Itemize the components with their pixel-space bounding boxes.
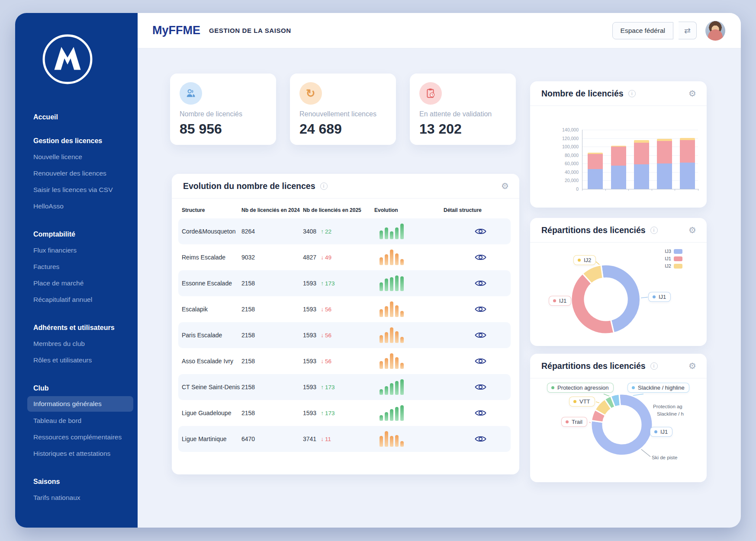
- view-detail-button[interactable]: [444, 305, 511, 313]
- cell-structure: Escalapik: [182, 306, 241, 313]
- donut-legend: IJ3IJ1IJ2: [665, 249, 682, 269]
- gear-icon[interactable]: [688, 88, 696, 99]
- legend-label: IJ2: [665, 263, 671, 269]
- sidebar-item-nouvelle-licence[interactable]: Nouvelle licence: [33, 149, 127, 165]
- view-detail-button[interactable]: [444, 357, 511, 365]
- donut-activities-title: Répartitions des licenciés: [541, 361, 646, 371]
- sidebar-item-recapitulatif-annuel[interactable]: Récapitulatif annuel: [33, 291, 127, 308]
- view-detail-button[interactable]: [444, 435, 511, 443]
- sidebar-item-tarifs-nationaux[interactable]: Tarifs nationaux: [33, 490, 127, 506]
- table-row: Escalapik21581593↓56: [178, 296, 511, 322]
- gear-icon[interactable]: [688, 361, 696, 371]
- espace-federal-button[interactable]: Espace fédéral: [612, 22, 673, 39]
- evolution-delta: ↓49: [321, 254, 331, 261]
- renew-icon: ↻: [299, 82, 322, 105]
- view-detail-button[interactable]: [444, 331, 511, 339]
- sidebar-item-flux-financiers[interactable]: Flux financiers: [33, 242, 127, 259]
- value-2025: 4827: [303, 254, 316, 261]
- callout-chip-ij1[interactable]: IJ1: [549, 296, 571, 306]
- info-icon[interactable]: [320, 182, 328, 190]
- gear-icon[interactable]: [688, 225, 696, 235]
- sidebar-section-gestion-des-licences: Gestion des licencesNouvelle licenceReno…: [33, 137, 127, 214]
- annotation-protection-ag: Protection ag: [653, 404, 682, 409]
- cell-structure: Corde&Mousqueton: [182, 228, 241, 235]
- sidebar-item-helloasso[interactable]: HelloAsso: [33, 198, 127, 214]
- stat-card-nombre-de-licencies[interactable]: Nombre de licenciés85 956: [170, 74, 276, 145]
- sidebar-item-membres-du-club[interactable]: Membres du club: [33, 336, 127, 352]
- cell-licencies-2025: 4827↓49: [303, 254, 374, 261]
- stat-label: Nombre de licenciés: [180, 110, 267, 118]
- stat-card-row: Nombre de licenciés85 956↻Renouvellement…: [170, 74, 516, 145]
- legend-swatch: [674, 249, 682, 254]
- sidebar-title-gestion-des-licences: Gestion des licences: [33, 137, 127, 145]
- cell-evolution: [374, 379, 444, 395]
- brand-logo[interactable]: MyFFME: [152, 24, 200, 37]
- legend-swatch: [674, 256, 682, 261]
- value-2025: 1593: [303, 384, 316, 391]
- y-axis-line: [582, 130, 582, 189]
- sidebar-item-factures[interactable]: Factures: [33, 259, 127, 275]
- callout-chip-vtt[interactable]: VTT: [569, 397, 595, 407]
- bar-segment-milieu: [680, 140, 695, 163]
- view-detail-button[interactable]: [444, 409, 511, 417]
- gear-icon[interactable]: [501, 181, 509, 191]
- stat-card-renouvellement-licences[interactable]: ↻Renouvellement licences24 689: [290, 74, 396, 145]
- stat-card-en-attente-de-validation[interactable]: En attente de validation13 202: [410, 74, 516, 145]
- callout-chip-ij1[interactable]: IJ1: [648, 292, 671, 302]
- sidebar-item-tableau-de-bord[interactable]: Tableau de bord: [33, 413, 127, 429]
- callout-chip-ij1[interactable]: IJ1: [650, 427, 672, 437]
- callout-chip-slackline-highline[interactable]: Slackline / highline: [627, 383, 689, 393]
- table-column-headers: StructureNb de licenciés en 2024Nb de li…: [178, 204, 511, 218]
- value-2025: 3741: [303, 435, 316, 442]
- view-detail-button[interactable]: [444, 279, 511, 287]
- evolution-sparkbars: [380, 379, 444, 395]
- people-icon: [180, 82, 202, 105]
- info-icon[interactable]: [628, 90, 636, 97]
- sidebar-title-accueil[interactable]: Accueil: [33, 113, 127, 121]
- donut-chart-activities: Protection agressionSlackline / highline…: [530, 378, 707, 482]
- cell-licencies-2025: 1593↓56: [303, 332, 374, 339]
- ffme-logo[interactable]: [41, 33, 94, 86]
- table-row: Asso Escalade Ivry21581593↓56: [178, 348, 511, 374]
- cell-licencies-2025: 1593↓56: [303, 306, 374, 313]
- callout-chip-protection-agression[interactable]: Protection agression: [547, 383, 614, 393]
- sidebar-item-ressources-complementaires[interactable]: Ressources complémentaires: [33, 429, 127, 445]
- info-icon[interactable]: [650, 362, 658, 370]
- sidebar-item-renouveler-des-licences[interactable]: Renouveler des licences: [33, 165, 127, 182]
- cell-licencies-2025: 1593↑173: [303, 410, 374, 416]
- cell-licencies-2024: 2158: [241, 384, 303, 391]
- user-avatar[interactable]: [705, 21, 725, 41]
- sidebar-item-informations-generales[interactable]: Informations générales: [27, 396, 133, 412]
- evolution-sparkbars: [380, 275, 444, 291]
- view-detail-button[interactable]: [444, 383, 511, 391]
- callout-chip-ij2[interactable]: IJ2: [573, 255, 596, 265]
- eye-icon: [457, 357, 511, 365]
- sidebar-item-historiques-et-attestations[interactable]: Historiques et attestations: [33, 445, 127, 462]
- x-axis-tick: [652, 189, 652, 191]
- x-axis-line: [582, 189, 699, 189]
- column-structure: Structure: [182, 207, 241, 213]
- y-axis-tick-label: 80,000: [542, 153, 579, 158]
- switch-space-button[interactable]: [679, 22, 697, 39]
- info-icon[interactable]: [650, 227, 658, 234]
- evolution-delta: ↓56: [321, 358, 331, 365]
- donut-activities-card: Répartitions des licenciés Protection ag…: [530, 354, 707, 482]
- top-bar: MyFFME GESTION DE LA SAISON Espace fédér…: [138, 13, 741, 48]
- sidebar-item-place-de-marche[interactable]: Place de marché: [33, 275, 127, 291]
- value-2025: 1593: [303, 410, 316, 416]
- view-detail-button[interactable]: [444, 227, 511, 235]
- sidebar-item-roles-et-utilisateurs[interactable]: Rôles et utilisateurs: [33, 352, 127, 368]
- y-axis-tick-label: 100,000: [542, 144, 579, 149]
- annotation-slackline-h: Slackline / h: [657, 411, 684, 416]
- cell-evolution: [374, 431, 444, 447]
- callout-chip-trail[interactable]: Trail: [561, 417, 587, 427]
- cell-licencies-2024: 2158: [241, 358, 303, 365]
- arrow-up-icon: ↑: [321, 410, 324, 416]
- stacked-bar: [680, 138, 695, 189]
- arrow-up-icon: ↑: [321, 384, 324, 391]
- chip-dot: [566, 420, 569, 423]
- eye-icon: [457, 435, 511, 443]
- view-detail-button[interactable]: [444, 253, 511, 261]
- sidebar-item-saisir-les-licences-via-csv[interactable]: Saisir les licences via CSV: [33, 182, 127, 198]
- table-row: Paris Escalade21581593↓56: [178, 322, 511, 348]
